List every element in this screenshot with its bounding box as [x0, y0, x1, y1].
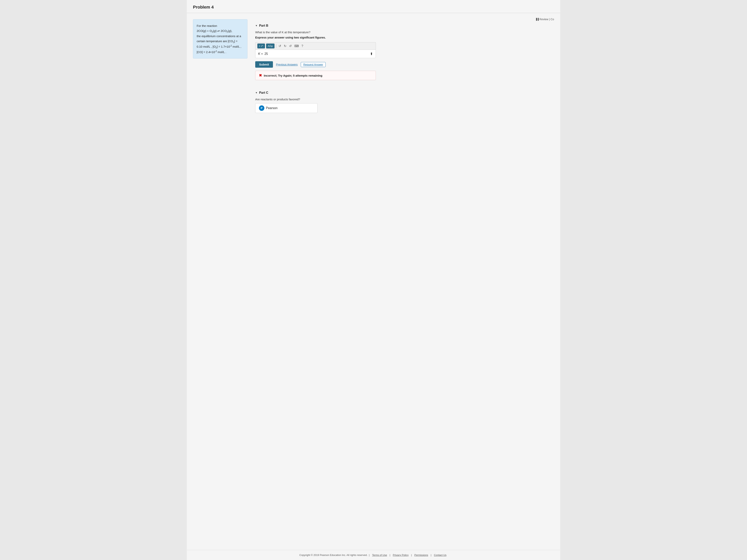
context-body: the equilibrium concentrations at a cert…: [197, 34, 244, 54]
toolbar-divider: [276, 44, 276, 48]
submit-button[interactable]: Submit: [255, 61, 273, 68]
help-btn[interactable]: ?: [301, 44, 304, 48]
problem-context-panel: For the reaction 2CO(g) + O2(g) ⇌ 2CO2(g…: [193, 19, 248, 58]
copyright-text: Copyright © 2019 Pearson Education Inc. …: [300, 554, 367, 557]
redo-btn[interactable]: ↻: [283, 44, 287, 48]
refresh-btn[interactable]: ↺: [288, 44, 292, 48]
part-b-chevron-icon[interactable]: ▼: [255, 24, 258, 27]
math-template-btn[interactable]: ▪ √ⁿ: [257, 44, 265, 48]
k-label: K =: [258, 52, 263, 56]
terms-of-use-link[interactable]: Terms of Use: [372, 554, 387, 557]
part-c-chevron-icon[interactable]: ▼: [255, 91, 258, 94]
pearson-logo-icon: P: [259, 105, 264, 111]
part-c-question: Are reactants or products favored?: [255, 98, 554, 101]
review-link-area: Review | Co: [255, 18, 554, 21]
pearson-label: Pearson: [266, 106, 278, 110]
reaction-equation: 2CO(g) + O2(g) ⇌ 2CO2(g),: [197, 28, 244, 34]
error-x-icon: ✖: [259, 73, 262, 78]
answer-input-row: K = ⬆: [255, 50, 376, 58]
sqrt-btn-label: √ⁿ: [261, 45, 263, 48]
part-c-label: Part C: [259, 91, 268, 95]
part-c-header: ▼ Part C: [255, 91, 554, 95]
part-b-instruction: Express your answer using two significan…: [255, 36, 554, 39]
symbols-btn-label: AΣφ: [268, 45, 273, 48]
part-c-section: ▼ Part C Are reactants or products favor…: [255, 91, 554, 113]
part-b-header: ▼ Part B: [255, 24, 554, 27]
part-b-question: What is the value of K at this temperatu…: [255, 30, 554, 34]
cursor-icon: ⬆: [370, 52, 373, 56]
error-box: ✖ Incorrect; Try Again; 5 attempts remai…: [255, 71, 376, 80]
review-link[interactable]: Review | Co: [535, 18, 554, 21]
right-panel: Review | Co ▼ Part B What is the value o…: [248, 18, 554, 545]
problem-title: Problem 4: [193, 5, 554, 10]
keyboard-btn[interactable]: ⌨: [293, 44, 300, 48]
contact-us-link[interactable]: Contact Us: [434, 554, 446, 557]
undo-btn[interactable]: ↺: [278, 44, 282, 48]
part-b-section: ▼ Part B What is the value of K at this …: [255, 24, 554, 85]
pearson-box: P Pearson: [255, 103, 317, 113]
error-message: Incorrect; Try Again; 5 attempts remaini…: [264, 74, 323, 77]
footer: Copyright © 2019 Pearson Education Inc. …: [187, 550, 560, 560]
part-b-label: Part B: [259, 24, 268, 27]
action-row: Submit Previous Answers Request Answer: [255, 61, 554, 68]
permissions-link[interactable]: Permissions: [414, 554, 428, 557]
privacy-policy-link[interactable]: Privacy Policy: [393, 554, 409, 557]
symbols-btn[interactable]: AΣφ: [266, 44, 275, 48]
template-icon: ▪: [259, 45, 260, 48]
previous-answers-link[interactable]: Previous Answers: [276, 63, 298, 66]
context-line1: For the reaction: [197, 23, 244, 28]
request-answer-button[interactable]: Request Answer: [301, 62, 326, 67]
answer-toolbar: ▪ √ⁿ AΣφ ↺ ↻ ↺ ⌨ ?: [255, 42, 376, 50]
k-answer-input[interactable]: [264, 52, 370, 56]
